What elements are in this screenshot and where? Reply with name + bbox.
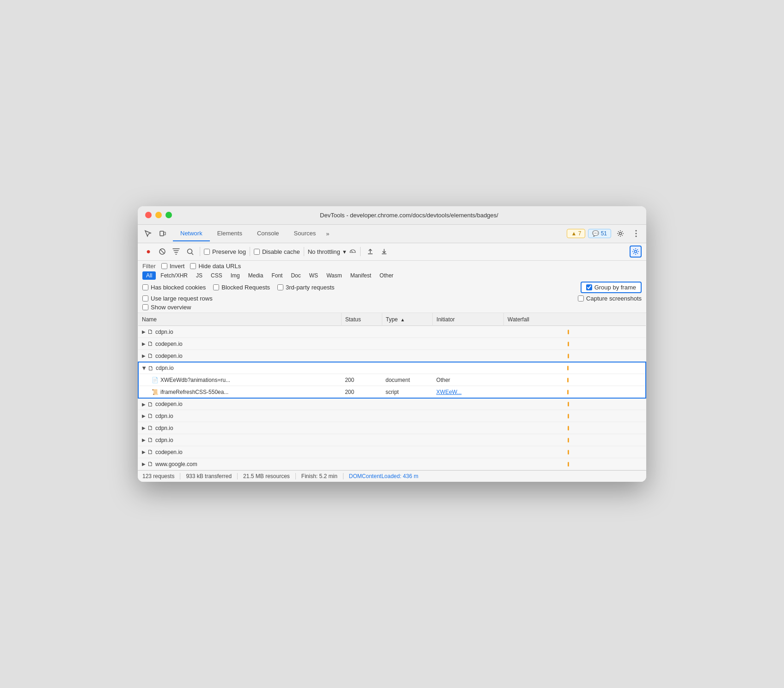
col-type-header[interactable]: Type ▲ (382, 313, 433, 326)
col-status-header[interactable]: Status (341, 313, 382, 326)
inspect-icon[interactable] (141, 227, 154, 240)
table-row[interactable]: 📄 XWEeWdb?animations=ru... 200 document … (138, 374, 646, 386)
filter-type-all[interactable]: All (142, 271, 156, 280)
close-button[interactable] (145, 212, 152, 218)
row-waterfall (504, 350, 646, 362)
hide-data-urls-checkbox[interactable]: Hide data URLs (190, 263, 241, 270)
show-overview-input[interactable] (142, 304, 148, 310)
table-row[interactable]: ▶ 🗋 codepen.io (138, 398, 646, 410)
filter-type-media[interactable]: Media (245, 271, 267, 280)
table-row[interactable]: ▶ 🗋 cdpn.io (138, 434, 646, 446)
filter-type-doc[interactable]: Doc (287, 271, 304, 280)
preserve-log-checkbox[interactable]: Preserve log (204, 248, 246, 255)
download-button[interactable] (378, 246, 390, 258)
minimize-button[interactable] (155, 212, 162, 218)
doc-file-icon: 📄 (152, 377, 159, 383)
blocked-cookies-checkbox[interactable]: Has blocked cookies (142, 284, 206, 291)
more-tabs-icon[interactable]: » (323, 227, 332, 241)
preserve-log-input[interactable] (204, 249, 210, 255)
collapse-icon[interactable]: ▶ (142, 329, 146, 334)
large-rows-checkbox[interactable]: Use large request rows (142, 295, 213, 302)
invert-checkbox[interactable]: Invert (161, 263, 185, 270)
table-row[interactable]: ▶ 🗋 cdpn.io (138, 422, 646, 434)
collapse-icon[interactable]: ▶ (142, 341, 146, 346)
filter-type-fetch[interactable]: Fetch/XHR (157, 271, 191, 280)
throttle-dropdown-icon[interactable]: ▾ (343, 248, 346, 255)
blocked-requests-checkbox[interactable]: Blocked Requests (213, 284, 270, 291)
blocked-cookies-input[interactable] (142, 284, 148, 290)
row-name-cell: ▶ 🗋 cdpn.io (138, 326, 341, 338)
third-party-checkbox[interactable]: 3rd-party requests (277, 284, 335, 291)
table-row[interactable]: ▶ 🗋 codepen.io (138, 338, 646, 350)
third-party-input[interactable] (277, 284, 283, 290)
collapse-icon[interactable]: ▶ (142, 425, 146, 430)
tab-network[interactable]: Network (173, 226, 210, 241)
folder-icon: 🗋 (147, 412, 153, 419)
filter-bar: Filter Invert Hide data URLs All Fetch/X… (138, 261, 646, 313)
search-button[interactable] (184, 246, 196, 258)
disable-cache-input[interactable] (254, 249, 260, 255)
filter-type-font[interactable]: Font (268, 271, 286, 280)
collapse-icon[interactable]: ▶ (142, 461, 146, 467)
more-options-icon[interactable] (630, 227, 643, 240)
initiator-link[interactable]: XWEeW... (436, 389, 462, 395)
table-row[interactable]: ▶ 🗋 www.google.com (138, 458, 646, 470)
message-badge[interactable]: 💬 51 (588, 229, 611, 238)
large-rows-input[interactable] (142, 295, 148, 301)
row-filename: iframeRefreshCSS-550ea... (160, 389, 228, 395)
table-row[interactable]: 📜 iframeRefreshCSS-550ea... 200 script X… (138, 386, 646, 398)
capture-screenshots-checkbox[interactable]: Capture screenshots (578, 295, 642, 302)
filter-type-css[interactable]: CSS (207, 271, 226, 280)
col-name-header[interactable]: Name (138, 313, 341, 326)
col-waterfall-header[interactable]: Waterfall (504, 313, 646, 326)
row-type (382, 350, 433, 362)
collapse-icon[interactable]: ▶ (142, 413, 146, 418)
collapse-icon[interactable]: ▶ (142, 449, 146, 455)
show-overview-checkbox[interactable]: Show overview (142, 304, 191, 311)
col-initiator-header[interactable]: Initiator (433, 313, 504, 326)
table-row[interactable]: ▶ 🗋 cdpn.io (138, 362, 646, 374)
table-row[interactable]: ▶ 🗋 codepen.io (138, 350, 646, 362)
row-status (341, 434, 382, 446)
table-row[interactable]: ▶ 🗋 codepen.io (138, 446, 646, 458)
table-row[interactable]: ▶ 🗋 cdpn.io (138, 326, 646, 338)
invert-label: Invert (170, 263, 185, 270)
filter-type-img[interactable]: Img (227, 271, 244, 280)
network-settings-button[interactable] (630, 246, 642, 258)
collapse-icon[interactable]: ▶ (142, 437, 146, 442)
row-type (382, 338, 433, 350)
capture-screenshots-input[interactable] (578, 295, 584, 301)
device-icon[interactable] (156, 227, 169, 240)
throttle-control[interactable]: No throttling ▾ (308, 248, 356, 255)
record-button[interactable]: ● (142, 246, 154, 258)
hide-data-urls-input[interactable] (190, 263, 196, 269)
filter-type-manifest[interactable]: Manifest (347, 271, 375, 280)
upload-button[interactable] (364, 246, 376, 258)
filter-type-ws[interactable]: WS (306, 271, 322, 280)
expand-icon[interactable]: ▶ (142, 366, 147, 370)
invert-input[interactable] (161, 263, 167, 269)
filter-button[interactable] (170, 246, 182, 258)
blocked-requests-input[interactable] (213, 284, 219, 290)
blocked-requests-label: Blocked Requests (221, 284, 270, 291)
tab-console[interactable]: Console (250, 226, 287, 241)
disable-cache-checkbox[interactable]: Disable cache (254, 248, 300, 255)
filter-type-other[interactable]: Other (376, 271, 397, 280)
row-domain: cdpn.io (155, 437, 173, 443)
warning-badge[interactable]: ▲ 7 (567, 229, 585, 238)
group-by-frame-checkbox[interactable]: Group by frame (581, 282, 642, 293)
tab-bar: Network Elements Console Sources » ▲ 7 💬… (138, 225, 646, 243)
settings-icon[interactable] (614, 227, 627, 240)
collapse-icon[interactable]: ▶ (142, 353, 146, 358)
collapse-icon[interactable]: ▶ (142, 402, 146, 407)
table-row[interactable]: ▶ 🗋 cdpn.io (138, 410, 646, 422)
filter-type-wasm[interactable]: Wasm (323, 271, 346, 280)
window-title: DevTools - developer.chrome.com/docs/dev… (179, 212, 639, 219)
clear-button[interactable] (156, 246, 168, 258)
group-by-frame-input[interactable] (586, 284, 592, 290)
tab-elements[interactable]: Elements (210, 226, 250, 241)
fullscreen-button[interactable] (165, 212, 172, 218)
row-name-cell: ▶ 🗋 codepen.io (138, 446, 341, 458)
filter-type-js[interactable]: JS (192, 271, 206, 280)
tab-sources[interactable]: Sources (287, 226, 324, 241)
